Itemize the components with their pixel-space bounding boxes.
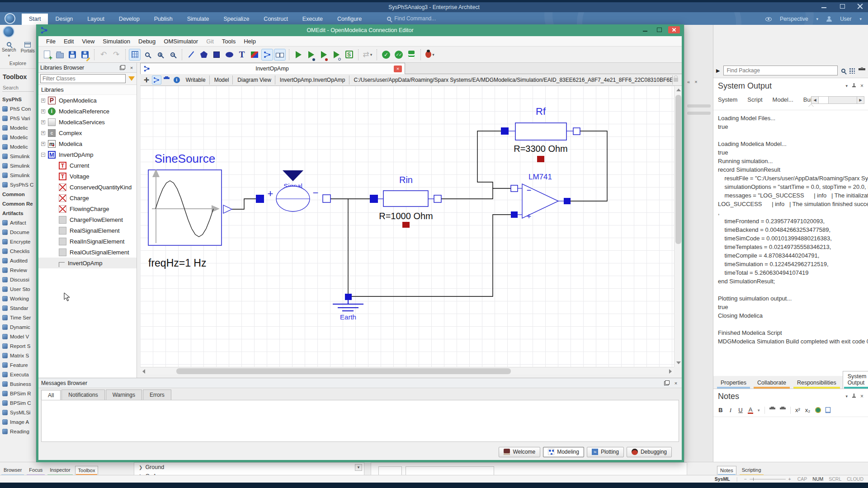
dock-tab[interactable]: Properties bbox=[716, 378, 751, 389]
omedit-titlebar[interactable]: OMEdit - OpenModelica Connection Editor bbox=[38, 24, 682, 36]
font-color-button[interactable]: A bbox=[748, 407, 753, 414]
document-icon[interactable] bbox=[826, 407, 830, 413]
fit-to-diagram-button[interactable] bbox=[142, 49, 153, 61]
close-icon[interactable]: × bbox=[860, 83, 863, 89]
menu-item[interactable]: Tools bbox=[218, 37, 240, 46]
ea-ribbon-tab[interactable]: Layout bbox=[80, 14, 112, 25]
library-tree-item[interactable]: m Modelica bbox=[38, 138, 137, 149]
simulate-algorithmic-debugger-button[interactable] bbox=[318, 49, 330, 61]
element-list-item[interactable]: ❯ Ground bbox=[134, 463, 364, 472]
toolbox-item[interactable]: PhS Vari bbox=[0, 113, 36, 123]
ea-minimize-button[interactable] bbox=[821, 3, 827, 9]
toolbox-item[interactable]: BPSim R bbox=[0, 389, 36, 398]
ea-ribbon-tab[interactable]: Start bbox=[22, 14, 48, 25]
chevron-down-icon[interactable]: ▾ bbox=[845, 84, 848, 88]
zoom-in-icon[interactable]: + bbox=[788, 476, 791, 482]
opamp-component[interactable]: − + LM741 bbox=[511, 173, 571, 221]
positive-pin[interactable] bbox=[256, 195, 264, 203]
redo-button[interactable]: ↷ bbox=[110, 49, 122, 61]
toolbox-search-input[interactable] bbox=[2, 84, 34, 92]
zoom-track[interactable] bbox=[750, 479, 786, 479]
messages-tab[interactable]: All bbox=[41, 390, 61, 400]
pin-icon[interactable] bbox=[852, 83, 856, 89]
library-tree-item[interactable]: RealOutSignalElement bbox=[38, 247, 137, 258]
ea-ribbon-tab[interactable]: Configure bbox=[330, 14, 369, 25]
toolbox-item[interactable]: Simulink bbox=[0, 170, 36, 180]
chevron-down-icon[interactable]: ▾ bbox=[845, 394, 848, 399]
toolbox-item[interactable]: Dynamic bbox=[0, 322, 36, 332]
ea-search-button[interactable]: Search ▾ bbox=[2, 42, 16, 58]
toolbox-item[interactable]: BPSim C bbox=[0, 398, 36, 408]
toolbox-item[interactable]: Working bbox=[0, 294, 36, 303]
rf-resistor-component[interactable]: Rf R=3300 Ohm bbox=[501, 106, 580, 162]
tree-expander-icon[interactable] bbox=[41, 120, 45, 124]
filter-options-icon[interactable] bbox=[128, 76, 135, 81]
toolbox-item[interactable]: Standar bbox=[0, 303, 36, 313]
scrollbar-thumb[interactable] bbox=[176, 368, 511, 374]
undo-button[interactable]: ↶ bbox=[98, 49, 109, 61]
chevron-down-icon[interactable]: ▾ bbox=[758, 408, 760, 413]
toolbox-item[interactable]: Model V bbox=[0, 332, 36, 341]
toolbox-item[interactable]: User Sto bbox=[0, 284, 36, 294]
toolbox-item[interactable]: Discussi bbox=[0, 275, 36, 284]
pan-icon[interactable]: ✛ bbox=[142, 75, 151, 84]
library-tree-item[interactable]: RealInSignalElement bbox=[38, 236, 137, 247]
toolbox-item[interactable]: Review bbox=[0, 265, 36, 275]
zoom-out-button[interactable]: − bbox=[167, 49, 179, 61]
simulate-button[interactable] bbox=[292, 49, 304, 61]
ea-portals-button[interactable]: Portals bbox=[21, 42, 35, 58]
zoom-in-button[interactable]: + bbox=[154, 49, 166, 61]
toolbox-item[interactable]: Common bbox=[0, 189, 36, 199]
notes-content[interactable] bbox=[713, 417, 868, 462]
re-simulate-button[interactable]: ⇄▾ bbox=[362, 49, 373, 61]
bold-button[interactable]: B bbox=[718, 407, 723, 413]
omedit-close-button[interactable] bbox=[668, 26, 680, 33]
check-all-models-button[interactable] bbox=[393, 49, 405, 61]
library-tree-item[interactable]: M InvertOpAmp bbox=[38, 149, 137, 160]
document-tab[interactable]: InvertOpAmp × bbox=[140, 63, 405, 74]
ea-close-button[interactable] bbox=[857, 3, 863, 9]
text-tool-button[interactable]: T bbox=[236, 49, 248, 61]
perspective-button[interactable]: Modeling bbox=[543, 447, 584, 457]
omedit-maximize-button[interactable] bbox=[655, 26, 664, 33]
menu-item[interactable]: File bbox=[42, 37, 60, 46]
toolbox-item[interactable]: Checklis bbox=[0, 246, 36, 256]
close-icon[interactable]: × bbox=[694, 79, 697, 84]
toolbox-item[interactable]: Audited bbox=[0, 256, 36, 265]
library-tree-item[interactable]: T Voltage bbox=[38, 171, 137, 182]
perspective-button[interactable]: Plotting bbox=[587, 447, 624, 457]
line-tool-button[interactable] bbox=[185, 49, 197, 61]
grid-toggle-button[interactable] bbox=[129, 49, 141, 61]
negative-pin[interactable] bbox=[323, 195, 330, 202]
simulate-animation-button[interactable] bbox=[330, 49, 342, 61]
messages-tab[interactable]: Warnings bbox=[106, 389, 142, 400]
toolbox-item[interactable]: Artifact bbox=[0, 218, 36, 227]
diagram-canvas[interactable]: SineSource freqHz=1 Hz Signal + − bbox=[140, 86, 674, 367]
close-icon[interactable]: × bbox=[860, 393, 863, 399]
document-text-icon[interactable] bbox=[162, 75, 171, 84]
tree-expander-icon[interactable] bbox=[41, 153, 45, 157]
ea-ribbon-tab[interactable]: Construct bbox=[256, 14, 295, 25]
toolbox-item[interactable]: Simulink bbox=[0, 161, 36, 170]
rf-right-pin[interactable] bbox=[573, 128, 580, 135]
instantiate-model-button[interactable] bbox=[406, 49, 417, 61]
library-tree-item[interactable]: RealSignalElement bbox=[38, 225, 137, 236]
polygon-tool-button[interactable] bbox=[198, 49, 210, 61]
close-icon[interactable]: × bbox=[673, 380, 679, 386]
rin-left-pin[interactable] bbox=[370, 195, 378, 203]
menu-item[interactable]: Simulation bbox=[99, 37, 134, 46]
active-perspective[interactable]: SysML bbox=[715, 476, 730, 482]
zoom-slider[interactable]: − + bbox=[744, 476, 791, 482]
toolbox-item[interactable]: Image A bbox=[0, 417, 36, 427]
ea-ribbon-tab[interactable]: Publish bbox=[147, 14, 180, 25]
signal-source-component[interactable]: Signal + − bbox=[256, 170, 330, 211]
simulation-setup-button[interactable]: S bbox=[343, 49, 355, 61]
find-package-input[interactable] bbox=[723, 66, 838, 75]
library-tree-item[interactable]: InvertOpAmp bbox=[38, 258, 137, 268]
toolbox-item[interactable]: Reading bbox=[0, 427, 36, 436]
open-model-button[interactable] bbox=[54, 49, 66, 61]
menu-item[interactable]: Debug bbox=[134, 37, 160, 46]
dock-splitter[interactable] bbox=[137, 63, 140, 378]
menu-item[interactable]: Edit bbox=[60, 37, 78, 46]
tree-expander-icon[interactable] bbox=[41, 131, 45, 135]
